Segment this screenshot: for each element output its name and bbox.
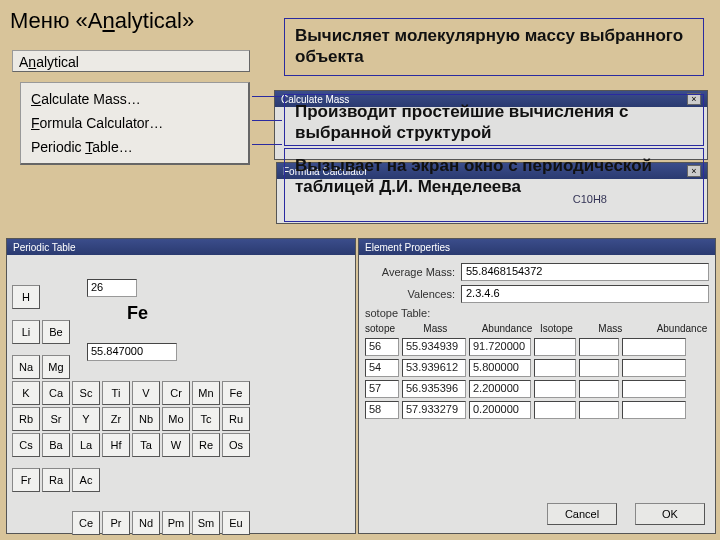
element-cell-cs[interactable]: Cs — [12, 433, 40, 457]
isotope-cell[interactable] — [534, 380, 576, 398]
isotope-header: sotope Mass Abundance Isotope Mass Abund… — [365, 323, 709, 334]
element-cell-os[interactable]: Os — [222, 433, 250, 457]
isotope-cell[interactable] — [579, 359, 619, 377]
element-cell-pm[interactable]: Pm — [162, 511, 190, 535]
isotope-row: 5655.93493991.720000 — [365, 338, 709, 356]
analytical-menu-button[interactable]: Analytical — [12, 50, 250, 72]
element-cell-y[interactable]: Y — [72, 407, 100, 431]
element-cell-w[interactable]: W — [162, 433, 190, 457]
element-cell-hf[interactable]: Hf — [102, 433, 130, 457]
cancel-button[interactable]: Cancel — [547, 503, 617, 525]
element-cell-sr[interactable]: Sr — [42, 407, 70, 431]
periodic-table-window: Periodic Table 26 Fe 55.847000 HLiBeNaMg… — [6, 238, 356, 534]
element-cell-mo[interactable]: Mo — [162, 407, 190, 431]
isotope-grid: sotope Mass Abundance Isotope Mass Abund… — [365, 323, 709, 422]
menu-button-pre: A — [19, 54, 28, 70]
title-suffix: alytical» — [115, 8, 194, 33]
isotope-cell[interactable]: 55.934939 — [402, 338, 466, 356]
connector-line — [252, 96, 282, 97]
element-cell-ac[interactable]: Ac — [72, 468, 100, 492]
element-cell-h[interactable]: H — [12, 285, 40, 309]
element-cell-ti[interactable]: Ti — [102, 381, 130, 405]
explanation-periodic-table: Вызывает на экран окно с периодической т… — [284, 148, 704, 222]
isotope-cell[interactable]: 0.200000 — [469, 401, 531, 419]
element-cell-li[interactable]: Li — [12, 320, 40, 344]
isotope-cell[interactable]: 91.720000 — [469, 338, 531, 356]
element-cell-k[interactable]: K — [12, 381, 40, 405]
element-cell-sc[interactable]: Sc — [72, 381, 100, 405]
element-cell-be[interactable]: Be — [42, 320, 70, 344]
element-cell-ra[interactable]: Ra — [42, 468, 70, 492]
element-cell-ta[interactable]: Ta — [132, 433, 160, 457]
isotope-cell[interactable]: 58 — [365, 401, 399, 419]
element-cell-pr[interactable]: Pr — [102, 511, 130, 535]
element-cell-sm[interactable]: Sm — [192, 511, 220, 535]
isotope-cell[interactable] — [534, 359, 576, 377]
periodic-grid: HLiBeNaMgKCaScTiVCrMnFeRbSrYZrNbMoTcRuCs… — [11, 275, 251, 540]
isotope-row: 5756.9353962.200000 — [365, 380, 709, 398]
element-cell-nd[interactable]: Nd — [132, 511, 160, 535]
element-cell-v[interactable]: V — [132, 381, 160, 405]
isotope-cell[interactable] — [622, 380, 686, 398]
valences-label: Valences: — [365, 288, 455, 300]
isotope-cell[interactable] — [579, 338, 619, 356]
analytical-menu: Calculate Mass… Formula Calculator… Peri… — [20, 82, 250, 165]
menu-item-calculate-mass[interactable]: Calculate Mass… — [21, 87, 248, 111]
element-cell-eu[interactable]: Eu — [222, 511, 250, 535]
isotope-cell[interactable]: 56.935396 — [402, 380, 466, 398]
element-cell-ru[interactable]: Ru — [222, 407, 250, 431]
element-cell-ca[interactable]: Ca — [42, 381, 70, 405]
avg-mass-field[interactable]: 55.8468154372 — [461, 263, 709, 281]
element-cell-na[interactable]: Na — [12, 355, 40, 379]
element-cell-mn[interactable]: Mn — [192, 381, 220, 405]
element-cell-zr[interactable]: Zr — [102, 407, 130, 431]
element-cell-mg[interactable]: Mg — [42, 355, 70, 379]
ok-button[interactable]: OK — [635, 503, 705, 525]
element-cell-ba[interactable]: Ba — [42, 433, 70, 457]
page-title: Меню «Analytical» — [10, 8, 194, 34]
element-cell-cr[interactable]: Cr — [162, 381, 190, 405]
explanation-formula-calc: Производит простейшие вычисления с выбра… — [284, 94, 704, 146]
menu-item-formula-calculator[interactable]: Formula Calculator… — [21, 111, 248, 135]
title-prefix: Меню «A — [10, 8, 102, 33]
element-properties-titlebar: Element Properties — [359, 239, 715, 255]
isotope-cell[interactable] — [622, 359, 686, 377]
connector-line — [252, 120, 282, 121]
isotope-cell[interactable] — [534, 338, 576, 356]
element-properties-window: Element Properties Average Mass: 55.8468… — [358, 238, 716, 534]
isotope-table-label: sotope Table: — [365, 307, 430, 319]
connector-line — [252, 144, 282, 145]
isotope-cell[interactable]: 2.200000 — [469, 380, 531, 398]
element-cell-fe[interactable]: Fe — [222, 381, 250, 405]
element-cell-tc[interactable]: Tc — [192, 407, 220, 431]
periodic-table-titlebar: Periodic Table — [7, 239, 355, 255]
isotope-cell[interactable]: 5.800000 — [469, 359, 531, 377]
element-properties-title: Element Properties — [365, 242, 450, 253]
isotope-cell[interactable] — [534, 401, 576, 419]
isotope-cell[interactable]: 57 — [365, 380, 399, 398]
element-cell-re[interactable]: Re — [192, 433, 220, 457]
element-cell-ce[interactable]: Ce — [72, 511, 100, 535]
valences-field[interactable]: 2.3.4.6 — [461, 285, 709, 303]
isotope-cell[interactable] — [579, 380, 619, 398]
isotope-cell[interactable] — [622, 401, 686, 419]
isotope-cell[interactable]: 57.933279 — [402, 401, 466, 419]
element-cell-fr[interactable]: Fr — [12, 468, 40, 492]
isotope-cell[interactable]: 54 — [365, 359, 399, 377]
element-cell-rb[interactable]: Rb — [12, 407, 40, 431]
avg-mass-label: Average Mass: — [365, 266, 455, 278]
isotope-row: 5857.9332790.200000 — [365, 401, 709, 419]
menu-button-post: alytical — [36, 54, 79, 70]
isotope-row: 5453.9396125.800000 — [365, 359, 709, 377]
isotope-cell[interactable] — [579, 401, 619, 419]
menu-item-periodic-table[interactable]: Periodic Table… — [21, 135, 248, 159]
element-cell-la[interactable]: La — [72, 433, 100, 457]
explanation-calc-mass: Вычисляет молекулярную массу выбранного … — [284, 18, 704, 76]
isotope-cell[interactable]: 53.939612 — [402, 359, 466, 377]
isotope-cell[interactable]: 56 — [365, 338, 399, 356]
isotope-cell[interactable] — [622, 338, 686, 356]
element-cell-nb[interactable]: Nb — [132, 407, 160, 431]
periodic-table-title: Periodic Table — [13, 242, 76, 253]
menu-button-accel: n — [28, 54, 36, 70]
